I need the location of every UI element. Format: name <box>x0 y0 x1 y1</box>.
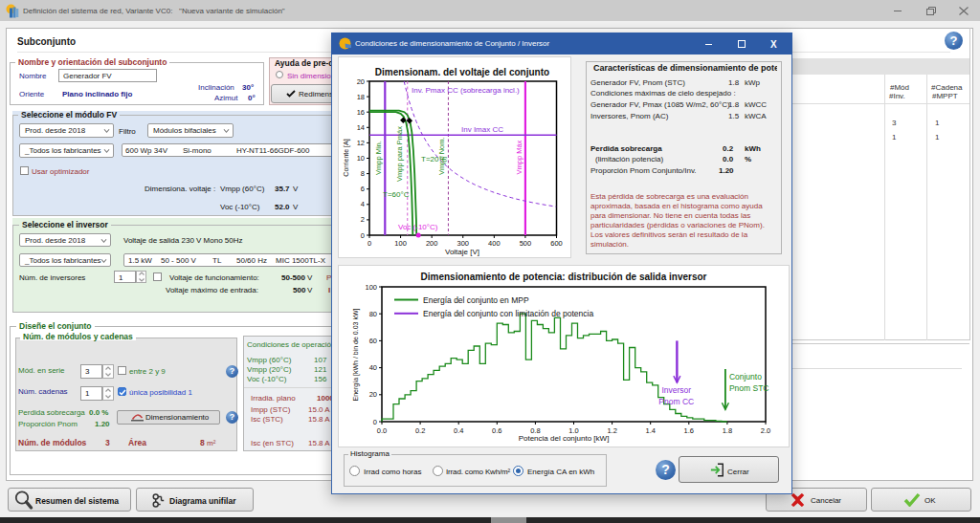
svg-text:20: 20 <box>369 390 377 399</box>
svg-text:Inv. Pmax CC (sobrecarga incl.: Inv. Pmax CC (sobrecarga incl.) <box>412 86 520 95</box>
svg-text:Vmpp Min.: Vmpp Min. <box>374 141 383 175</box>
svg-text:Pnom STC: Pnom STC <box>729 383 769 393</box>
svg-text:18: 18 <box>357 93 365 101</box>
svg-text:2.0: 2.0 <box>761 426 770 435</box>
svg-text:0: 0 <box>361 231 365 240</box>
svg-text:40: 40 <box>369 363 377 372</box>
svg-text:8: 8 <box>361 169 365 178</box>
svg-text:100: 100 <box>394 239 407 248</box>
svg-text:Voc (-10°C): Voc (-10°C) <box>398 223 438 231</box>
svg-text:4: 4 <box>361 200 365 208</box>
svg-text:Voltaje [V]: Voltaje [V] <box>445 248 479 256</box>
svg-text:Vmpp Nom.: Vmpp Nom. <box>437 137 446 175</box>
svg-text:14: 14 <box>357 123 365 132</box>
svg-text:Dimensionamiento de potencia:: Dimensionamiento de potencia: distribuci… <box>421 272 707 282</box>
svg-text:12: 12 <box>357 139 365 147</box>
svg-text:Energía [kWh / bin de 0.03 kW]: Energía [kWh / bin de 0.03 kW] <box>352 309 360 402</box>
svg-text:500: 500 <box>520 239 532 248</box>
svg-text:Corriente [A]: Corriente [A] <box>343 139 350 176</box>
svg-text:60: 60 <box>369 337 377 345</box>
svg-text:100: 100 <box>365 283 377 292</box>
svg-text:T=60°C: T=60°C <box>383 190 410 199</box>
svg-text:2: 2 <box>361 215 365 224</box>
svg-text:200: 200 <box>426 239 438 248</box>
svg-text:Vmpp Máx: Vmpp Máx <box>515 140 523 174</box>
svg-text:0.0: 0.0 <box>377 426 387 435</box>
svg-text:10: 10 <box>357 154 365 163</box>
svg-text:Dimensionam. del voltaje del c: Dimensionam. del voltaje del conjunto <box>375 67 549 77</box>
svg-text:1.8: 1.8 <box>723 426 732 435</box>
svg-text:20: 20 <box>357 77 365 86</box>
svg-text:600: 600 <box>550 239 563 248</box>
svg-text:1.6: 1.6 <box>684 426 694 435</box>
svg-text:Energía del conjunto en MPP: Energía del conjunto en MPP <box>423 295 529 305</box>
svg-text:0: 0 <box>368 239 371 248</box>
svg-text:80: 80 <box>369 310 377 318</box>
svg-text:0.4: 0.4 <box>454 426 463 435</box>
svg-text:Vmpp para Pmáx: Vmpp para Pmáx <box>395 126 404 182</box>
svg-text:Conjunto: Conjunto <box>729 372 762 381</box>
svg-text:Energía del conjunto con limit: Energía del conjunto con limitación de p… <box>423 309 593 318</box>
svg-text:6: 6 <box>361 185 365 193</box>
svg-text:Potencia del conjunto [kW]: Potencia del conjunto [kW] <box>519 434 610 443</box>
svg-text:Inversor: Inversor <box>661 385 691 395</box>
svg-text:300: 300 <box>457 239 469 248</box>
svg-text:0.2: 0.2 <box>415 426 425 435</box>
svg-text:Inv Imax CC: Inv Imax CC <box>461 125 503 134</box>
svg-text:Pnom CC: Pnom CC <box>658 397 694 406</box>
svg-text:1.4: 1.4 <box>645 426 655 435</box>
svg-text:400: 400 <box>488 239 501 248</box>
svg-text:16: 16 <box>357 108 365 117</box>
svg-text:0: 0 <box>373 418 377 426</box>
svg-text:0.6: 0.6 <box>492 426 501 435</box>
